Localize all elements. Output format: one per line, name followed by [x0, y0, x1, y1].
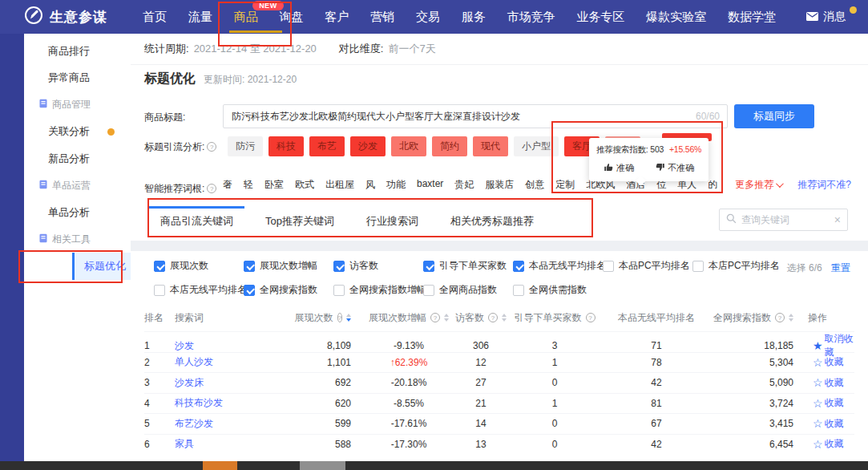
title-tag-3[interactable]: 沙发 — [350, 136, 386, 156]
nav-item-6[interactable]: 交易 — [416, 0, 440, 34]
metric-checkbox-6[interactable]: 本店PC平均排名 — [692, 259, 782, 273]
nav-item-5[interactable]: 营销 — [370, 0, 394, 34]
root-word-7[interactable]: baxter — [417, 178, 443, 192]
favorite-button[interactable]: ☆收藏 — [808, 417, 854, 431]
metric-checkbox-9[interactable]: 全网搜索指数增幅 — [333, 283, 423, 297]
metric-checkbox-5[interactable]: 本品PC平均排名 — [603, 259, 692, 273]
nav-item-3[interactable]: 询盘 — [279, 0, 303, 34]
title-tag-5[interactable]: 简约 — [432, 136, 467, 156]
cell-keyword[interactable]: 沙发 — [175, 339, 295, 353]
root-word-3[interactable]: 欧式 — [295, 178, 314, 192]
col-header-3[interactable]: 展现次数增幅? — [365, 311, 452, 325]
keyword-link[interactable]: 科技布沙发 — [175, 396, 223, 410]
nav-item-9[interactable]: 业务专区 — [576, 0, 624, 34]
cell-keyword[interactable]: 科技布沙发 — [175, 396, 295, 410]
title-tag-6[interactable]: 现代 — [473, 136, 508, 156]
metric-checkbox-7[interactable]: 本店无线平均排名 — [154, 283, 244, 297]
cell-keyword[interactable]: 家具 — [175, 437, 295, 451]
info-icon[interactable]: ? — [207, 142, 216, 152]
keyword-link[interactable]: 单人沙发 — [175, 355, 213, 369]
info-icon[interactable]: ? — [207, 184, 216, 193]
root-word-0[interactable]: 奢 — [223, 178, 232, 192]
nav-item-11[interactable]: 数据学堂 — [728, 0, 776, 34]
sidebar-item-1[interactable]: 异常商品 — [24, 65, 131, 92]
nav-item-7[interactable]: 服务 — [462, 0, 486, 34]
info-icon[interactable]: ? — [586, 313, 595, 322]
title-tag-1[interactable]: 科技 — [268, 136, 304, 156]
root-word-10[interactable]: 创意 — [525, 178, 544, 192]
metric-checkbox-1[interactable]: 展现次数增幅 — [244, 259, 333, 273]
tab-1[interactable]: Top推荐关键词 — [249, 202, 350, 241]
metric-checkbox-0[interactable]: 展现次数 — [154, 259, 244, 273]
root-word-2[interactable]: 卧室 — [264, 178, 284, 192]
sidebar-item-4[interactable]: 新品分析 — [24, 145, 131, 172]
metric-checkbox-4[interactable]: 本品无线平均排名 — [513, 259, 603, 273]
root-word-16[interactable]: 的 — [708, 178, 717, 192]
nav-item-0[interactable]: 首页 — [143, 0, 167, 34]
accurate-button[interactable]: 准确 — [604, 162, 634, 174]
sidebar-item-6[interactable]: 单品分析 — [24, 199, 131, 226]
messages-button[interactable]: 消息 — [806, 10, 846, 24]
col-header-4[interactable]: 访客数? — [452, 311, 510, 325]
info-icon[interactable]: ? — [488, 313, 498, 322]
sort-icon[interactable] — [789, 314, 793, 322]
keyword-link[interactable]: 家具 — [175, 437, 194, 451]
root-word-11[interactable]: 定制 — [555, 178, 575, 192]
title-tag-0[interactable]: 防污 — [228, 136, 263, 156]
root-word-1[interactable]: 轻 — [244, 178, 253, 192]
brand[interactable]: 生意参谋 — [24, 6, 107, 28]
metric-checkbox-8[interactable]: 全网搜索指数 — [244, 283, 333, 297]
nav-item-10[interactable]: 爆款实验室 — [646, 0, 706, 34]
period-value[interactable]: 2021-12-14 至 2021-12-20 — [194, 42, 317, 56]
sidebar-item-0[interactable]: 商品排行 — [24, 38, 131, 65]
clear-search-icon[interactable]: × — [834, 213, 841, 226]
col-header-7[interactable]: 全网搜索指数? — [713, 311, 808, 325]
root-word-8[interactable]: 贵妃 — [454, 178, 474, 192]
tab-2[interactable]: 行业搜索词 — [350, 202, 434, 241]
info-icon[interactable]: ? — [775, 313, 785, 322]
keyword-link[interactable]: 布艺沙发 — [175, 417, 213, 431]
sidebar-item-8[interactable]: 标题优化 — [72, 253, 131, 280]
col-header-2[interactable]: 展现次数? — [295, 311, 365, 325]
favorite-button[interactable]: ☆收藏 — [808, 437, 854, 451]
inaccurate-button[interactable]: 不准确 — [655, 162, 694, 174]
title-sync-button[interactable]: 标题同步 — [734, 104, 814, 128]
keyword-link[interactable]: 沙发床 — [175, 376, 204, 390]
compare-value[interactable]: 前一个7天 — [388, 42, 435, 56]
cell-keyword[interactable]: 沙发床 — [175, 376, 295, 390]
nav-item-1[interactable]: 流量 — [188, 0, 212, 34]
metric-checkbox-11[interactable]: 全网供需指数 — [513, 283, 603, 297]
inaccurate-words-link[interactable]: 推荐词不准? — [797, 178, 851, 192]
metric-checkbox-3[interactable]: 引导下单买家数 — [423, 259, 513, 273]
root-word-4[interactable]: 出租屋 — [325, 178, 354, 192]
nav-item-8[interactable]: 市场竞争 — [507, 0, 555, 34]
cell-keyword[interactable]: 布艺沙发 — [175, 417, 295, 431]
tab-0[interactable]: 商品引流关键词 — [144, 202, 249, 241]
root-word-5[interactable]: 风 — [365, 178, 375, 192]
sort-icon[interactable] — [502, 314, 507, 322]
info-icon[interactable]: ? — [430, 313, 440, 322]
title-tag-4[interactable]: 北欧 — [391, 136, 426, 156]
info-icon[interactable]: ? — [337, 313, 342, 322]
favorite-button[interactable]: ☆收藏 — [808, 355, 854, 369]
title-tag-7[interactable]: 小户型 — [514, 136, 559, 156]
title-tag-2[interactable]: 布艺 — [309, 136, 345, 156]
sort-icon[interactable] — [444, 314, 449, 322]
favorite-button[interactable]: ☆收藏 — [808, 376, 854, 390]
nav-item-2[interactable]: 商品NEW — [234, 0, 258, 34]
cell-keyword[interactable]: 单人沙发 — [175, 355, 295, 369]
product-title-input[interactable] — [223, 104, 728, 128]
root-word-6[interactable]: 功能 — [386, 178, 406, 192]
search-input[interactable] — [741, 214, 830, 225]
more-recommend-link[interactable]: 更多推荐 — [735, 178, 781, 192]
nav-item-4[interactable]: 客户 — [325, 0, 349, 34]
root-word-9[interactable]: 服装店 — [485, 178, 514, 192]
sidebar-item-3[interactable]: 关联分析 — [24, 119, 131, 146]
reset-link[interactable]: 重置 — [831, 262, 850, 273]
tab-3[interactable]: 相关优秀标题推荐 — [434, 202, 550, 241]
metric-checkbox-2[interactable]: 访客数 — [333, 259, 423, 273]
favorite-button[interactable]: ☆收藏 — [808, 396, 854, 410]
keyword-link[interactable]: 沙发 — [175, 339, 194, 353]
metric-checkbox-10[interactable]: 全网商品指数 — [423, 283, 513, 297]
sort-icon[interactable] — [346, 314, 351, 322]
